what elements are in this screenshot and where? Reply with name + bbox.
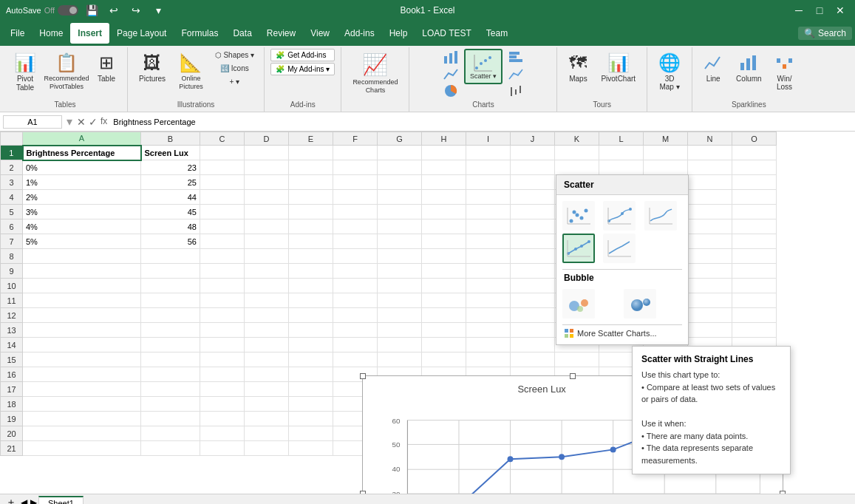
cell-A19[interactable] — [23, 412, 141, 426]
cell-A9[interactable] — [23, 264, 141, 279]
menu-help[interactable]: Help — [382, 23, 415, 44]
cell-J15[interactable] — [511, 353, 555, 367]
cell-N10[interactable] — [688, 279, 732, 293]
cell-E4[interactable] — [289, 190, 333, 205]
cell-I8[interactable] — [466, 249, 511, 264]
cell-O10[interactable] — [732, 279, 777, 293]
cell-E17[interactable] — [289, 382, 333, 397]
cell-B18[interactable] — [141, 397, 200, 412]
cell-C21[interactable] — [200, 441, 245, 456]
function-icon[interactable]: fx — [101, 116, 107, 128]
cell-G2[interactable] — [378, 160, 422, 175]
cell-G10[interactable] — [378, 279, 422, 293]
row-header-11[interactable]: 11 — [1, 293, 23, 308]
cell-G1[interactable] — [378, 146, 422, 160]
cell-A21[interactable] — [23, 441, 141, 456]
col-header-D[interactable]: D — [245, 132, 289, 146]
cell-B1[interactable]: Screen Lux — [141, 146, 200, 160]
cell-A15[interactable] — [23, 353, 141, 367]
col-header-A[interactable]: A — [23, 132, 141, 146]
cell-J7[interactable] — [511, 234, 555, 249]
cell-N8[interactable] — [688, 249, 732, 264]
line-chart-btn[interactable] — [440, 66, 461, 82]
minimize-button[interactable]: ─ — [790, 1, 808, 19]
cell-F9[interactable] — [333, 264, 378, 279]
cell-E13[interactable] — [289, 323, 333, 338]
stock-chart-btn[interactable] — [505, 83, 526, 99]
cell-J9[interactable] — [511, 264, 555, 279]
cell-C13[interactable] — [200, 323, 245, 338]
cell-F15[interactable] — [333, 353, 378, 367]
my-addins-button[interactable]: 🧩 My Add-ins ▾ — [270, 63, 335, 75]
cell-F5[interactable] — [333, 205, 378, 219]
row-header-20[interactable]: 20 — [1, 426, 23, 441]
cell-D7[interactable] — [245, 234, 289, 249]
handle-mr[interactable] — [780, 491, 786, 494]
cell-G15[interactable] — [378, 353, 422, 367]
col-header-E[interactable]: E — [289, 132, 333, 146]
cell-H12[interactable] — [422, 308, 466, 323]
cell-J2[interactable] — [511, 160, 555, 175]
cell-H2[interactable] — [422, 160, 466, 175]
cell-F14[interactable] — [333, 338, 378, 353]
cell-E2[interactable] — [289, 160, 333, 175]
winloss-button[interactable]: Win/Loss — [770, 49, 800, 95]
cell-K1[interactable] — [555, 146, 599, 160]
col-header-L[interactable]: L — [599, 132, 644, 146]
cell-M2[interactable] — [644, 160, 688, 175]
cell-C20[interactable] — [200, 426, 245, 441]
shapes-extra-button[interactable]: + ▾ — [211, 75, 258, 88]
cell-B3[interactable]: 25 — [141, 175, 200, 190]
row-header-3[interactable]: 3 — [1, 175, 23, 190]
handle-tl[interactable] — [360, 373, 366, 379]
row-header-8[interactable]: 8 — [1, 249, 23, 264]
cell-H4[interactable] — [422, 190, 466, 205]
cell-A12[interactable] — [23, 308, 141, 323]
cell-B15[interactable] — [141, 353, 200, 367]
cell-G4[interactable] — [378, 190, 422, 205]
cell-B16[interactable] — [141, 367, 200, 382]
cell-I10[interactable] — [466, 279, 511, 293]
cell-B12[interactable] — [141, 308, 200, 323]
column-sparkline-button[interactable]: Column — [731, 49, 766, 86]
cell-C4[interactable] — [200, 190, 245, 205]
cell-O6[interactable] — [732, 219, 777, 234]
shapes-button[interactable]: ⬡ Shapes ▾ — [211, 49, 258, 61]
cell-B7[interactable]: 56 — [141, 234, 200, 249]
cell-A2[interactable]: 0% — [23, 160, 141, 175]
prev-sheet-btn[interactable]: ◀ — [19, 497, 29, 505]
menu-pagelayout[interactable]: Page Layout — [109, 23, 174, 44]
cell-I12[interactable] — [466, 308, 511, 323]
cell-I6[interactable] — [466, 219, 511, 234]
cell-O3[interactable] — [732, 175, 777, 190]
cell-H7[interactable] — [422, 234, 466, 249]
row-header-1[interactable]: 1 — [1, 146, 23, 160]
cell-I3[interactable] — [466, 175, 511, 190]
cell-G9[interactable] — [378, 264, 422, 279]
cell-H11[interactable] — [422, 293, 466, 308]
cell-D5[interactable] — [245, 205, 289, 219]
cell-D10[interactable] — [245, 279, 289, 293]
get-addins-button[interactable]: 🧩 Get Add-ins — [270, 49, 335, 61]
scatter-smooth-line-btn[interactable] — [644, 201, 677, 231]
cell-I5[interactable] — [466, 205, 511, 219]
cell-C8[interactable] — [200, 249, 245, 264]
data-point-3[interactable] — [559, 454, 565, 460]
cell-F8[interactable] — [333, 249, 378, 264]
formula-input[interactable] — [110, 116, 852, 128]
scatter-straight-markers-btn[interactable] — [603, 234, 636, 263]
cell-B21[interactable] — [141, 441, 200, 456]
cell-A5[interactable]: 3% — [23, 205, 141, 219]
cell-F13[interactable] — [333, 323, 378, 338]
cell-C14[interactable] — [200, 338, 245, 353]
menu-home[interactable]: Home — [32, 23, 70, 44]
cell-E16[interactable] — [289, 367, 333, 382]
cell-O2[interactable] — [732, 160, 777, 175]
cell-E20[interactable] — [289, 426, 333, 441]
cell-F2[interactable] — [333, 160, 378, 175]
scatter-dots-btn[interactable] — [562, 201, 595, 231]
recommended-charts-button[interactable]: 📈 RecommendedCharts — [347, 49, 403, 98]
cell-J13[interactable] — [511, 323, 555, 338]
cell-F1[interactable] — [333, 146, 378, 160]
cell-C12[interactable] — [200, 308, 245, 323]
